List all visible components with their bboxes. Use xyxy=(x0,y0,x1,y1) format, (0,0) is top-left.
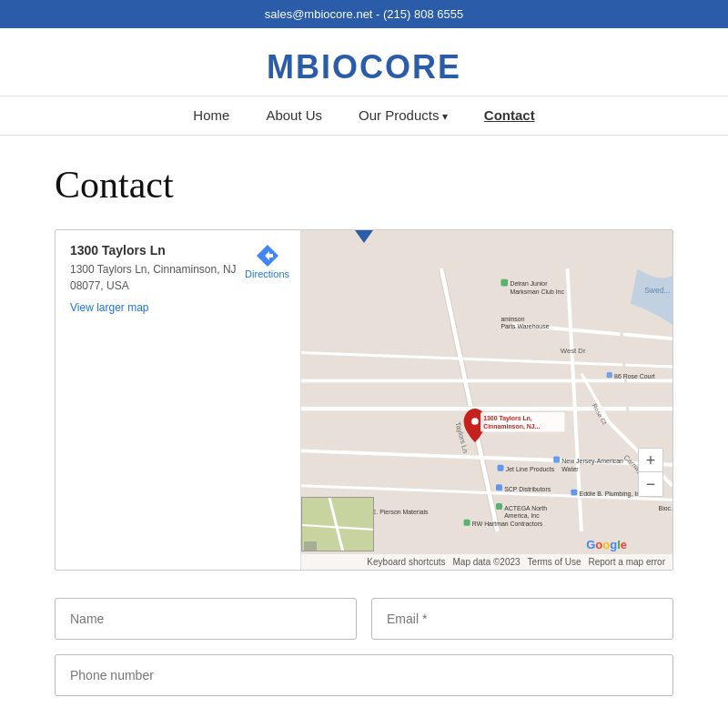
keyboard-shortcuts-link[interactable]: Keyboard shortcuts xyxy=(367,557,445,567)
svg-text:Water: Water xyxy=(561,466,579,472)
svg-text:86 Rose Court: 86 Rose Court xyxy=(614,373,655,379)
map-zoom-controls: + − xyxy=(638,448,663,497)
svg-rect-42 xyxy=(571,490,577,496)
contact-info: sales@mbiocore.net - (215) 808 6555 xyxy=(265,7,463,21)
map-address-line2: 08077, USA xyxy=(70,278,286,294)
svg-rect-25 xyxy=(607,372,612,378)
svg-text:New Jersey-American: New Jersey-American xyxy=(561,458,623,465)
svg-text:Marksman Club Inc: Marksman Club Inc xyxy=(510,288,564,295)
nav-home[interactable]: Home xyxy=(193,107,229,123)
map-triangle-indicator xyxy=(355,230,373,243)
svg-rect-34 xyxy=(553,456,560,462)
svg-text:SCP Distributors: SCP Distributors xyxy=(504,486,551,492)
svg-rect-32 xyxy=(498,465,504,471)
email-input[interactable] xyxy=(371,598,673,640)
view-larger-map-link[interactable]: View larger map xyxy=(70,301,286,314)
svg-rect-52 xyxy=(304,541,317,551)
main-content: Contact 1300 Taylors Ln 1300 Taylors Ln,… xyxy=(0,136,728,723)
map-container: 1300 Taylors Ln 1300 Taylors Ln, Cinnami… xyxy=(55,229,673,571)
zoom-out-button[interactable]: − xyxy=(639,472,662,496)
name-input[interactable] xyxy=(55,598,357,640)
svg-text:aminson: aminson xyxy=(500,316,524,322)
terms-of-use-link[interactable]: Terms of Use xyxy=(528,557,581,567)
map-thumbnail xyxy=(301,497,374,551)
map-info-panel: 1300 Taylors Ln 1300 Taylors Ln, Cinnami… xyxy=(56,230,301,570)
top-bar: sales@mbiocore.net - (215) 808 6555 xyxy=(0,0,728,28)
directions-label[interactable]: Directions xyxy=(245,268,289,279)
svg-rect-46 xyxy=(464,520,470,526)
svg-point-28 xyxy=(471,418,479,425)
form-name-email-row xyxy=(55,598,673,640)
main-nav: Home About Us Our Products Contact xyxy=(0,96,728,136)
svg-rect-20 xyxy=(500,279,508,287)
page-title: Contact xyxy=(55,163,673,207)
nav-about[interactable]: About Us xyxy=(266,107,322,123)
svg-text:America, Inc: America, Inc xyxy=(504,512,540,519)
form-phone-row xyxy=(55,654,673,696)
svg-text:RW Hartman Contractors: RW Hartman Contractors xyxy=(472,521,543,527)
nav-contact[interactable]: Contact xyxy=(484,107,535,123)
svg-text:Parts Warehouse: Parts Warehouse xyxy=(500,323,549,329)
directions-icon xyxy=(255,243,280,268)
svg-text:Swed...: Swed... xyxy=(644,286,670,295)
zoom-in-button[interactable]: + xyxy=(639,449,662,472)
svg-text:R.E. Pierson Materials: R.E. Pierson Materials xyxy=(366,509,429,515)
report-map-error-link[interactable]: Report a map error xyxy=(589,557,665,567)
svg-text:1300 Taylors Ln,: 1300 Taylors Ln, xyxy=(483,415,532,422)
svg-text:Cinnaminson, NJ...: Cinnaminson, NJ... xyxy=(483,423,540,430)
svg-text:Delran Junior: Delran Junior xyxy=(510,280,548,287)
map-data-label: Map data ©2023 xyxy=(453,557,521,567)
svg-text:West Dr: West Dr xyxy=(561,347,586,355)
google-logo: Google xyxy=(586,538,627,551)
map-bottom-bar: Keyboard shortcuts Map data ©2023 Terms … xyxy=(301,554,672,570)
svg-text:ACTEGA North: ACTEGA North xyxy=(504,505,547,511)
phone-input[interactable] xyxy=(55,654,673,696)
logo[interactable]: MBIOCORE xyxy=(0,48,728,86)
map-visual[interactable]: Swed... Taylors Ln xyxy=(301,230,672,570)
svg-rect-37 xyxy=(496,484,502,490)
svg-text:Jet Line Products: Jet Line Products xyxy=(506,466,555,472)
svg-text:Eddie B. Plumbing, Inc: Eddie B. Plumbing, Inc xyxy=(580,490,643,498)
svg-rect-39 xyxy=(496,503,502,510)
nav-products[interactable]: Our Products xyxy=(359,107,448,123)
logo-area: MBIOCORE xyxy=(0,28,728,96)
svg-text:Bioc...: Bioc... xyxy=(659,505,672,511)
